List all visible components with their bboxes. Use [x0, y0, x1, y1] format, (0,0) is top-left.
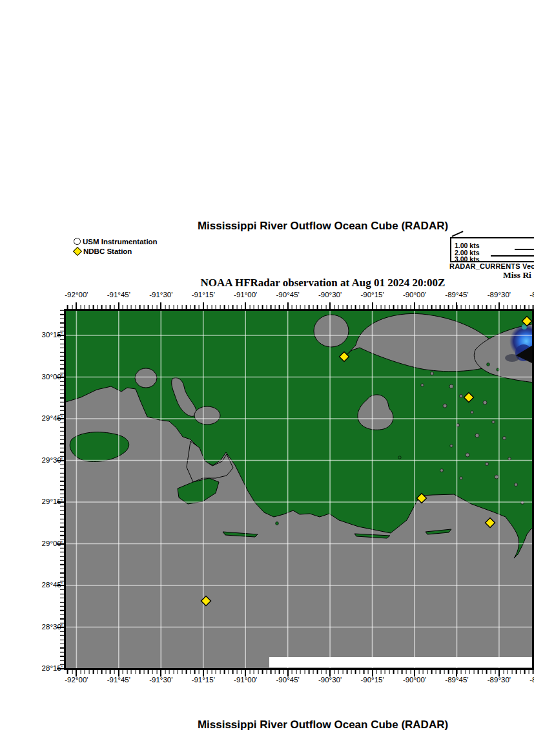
x-tick-label-bottom: -91°30': [149, 676, 172, 684]
x-tick-label-bottom: -91°00': [234, 676, 257, 684]
grand-lake: [135, 368, 157, 388]
x-major-tick-bottom: [118, 670, 119, 677]
x-major-tick-top: [456, 302, 457, 309]
x-major-tick-bottom: [203, 670, 204, 677]
y-major-tick: [57, 501, 64, 503]
x-major-tick-top: [76, 302, 77, 309]
scale-row-line: [515, 249, 534, 250]
x-major-tick-bottom: [287, 670, 289, 677]
scale-row: 3.00 kts: [455, 253, 534, 260]
x-tick-label-top: -90°30': [318, 291, 342, 299]
scale-row-line: [491, 255, 534, 257]
x-major-tick-bottom: [160, 670, 161, 677]
map-svg: [64, 309, 534, 670]
x-major-tick-top: [203, 302, 204, 309]
x-tick-label-bottom: -91°45': [107, 676, 130, 684]
x-tick-label-bottom: -90°30': [318, 676, 342, 684]
x-tick-label-top: -91°45': [107, 291, 130, 299]
y-major-tick: [57, 418, 64, 419]
x-tick-label-bottom: -92°00': [65, 676, 88, 684]
x-major-tick-bottom: [498, 670, 500, 677]
x-tick-label-bottom: -90°00': [403, 676, 426, 684]
x-major-tick-top: [498, 302, 500, 309]
y-major-tick: [57, 543, 64, 545]
x-tick-label-top: -90°15': [360, 291, 384, 299]
lake-maurepas: [314, 315, 349, 347]
legend-row-ndbc: NDBC Station: [74, 246, 158, 256]
x-tick-label-bottom: -91°15': [192, 676, 215, 684]
x-tick-label-top: -90°00': [403, 291, 426, 299]
x-major-tick-top: [372, 302, 373, 309]
x-tick-label-top: -89°45': [445, 291, 468, 299]
no-data-strip: [269, 657, 534, 667]
x-tick-label-top: -91°00': [234, 291, 257, 299]
scale-row: 2.00 kts: [455, 246, 534, 253]
footer-title: Mississippi River Outflow Ocean Cube (RA…: [198, 719, 448, 731]
y-major-tick: [57, 668, 64, 669]
x-tick-label-top: -91°30': [149, 291, 172, 299]
page-title: Mississippi River Outflow Ocean Cube (RA…: [198, 220, 448, 233]
x-tick-label-top: -92°00': [65, 291, 88, 299]
page: Mississippi River Outflow Ocean Cube (RA…: [0, 0, 534, 756]
x-major-tick-top: [287, 302, 289, 309]
x-tick-label-top: -89°15': [529, 291, 534, 299]
legend-label-usm: USM Instrumentation: [83, 238, 158, 246]
lake-palourde: [194, 406, 220, 425]
x-tick-label-bottom: -89°45': [445, 676, 468, 684]
scale-box-caption: RADAR_CURRENTS Vec: [449, 262, 534, 270]
x-major-tick-top: [329, 302, 331, 309]
legend-label-ndbc: NDBC Station: [83, 247, 132, 255]
y-major-tick: [57, 627, 64, 628]
vector-arrow-stub: [451, 231, 463, 237]
x-major-tick-bottom: [372, 670, 373, 677]
x-tick-label-bottom: -90°45': [276, 676, 300, 684]
legend-row-usm: USM Instrumentation: [74, 236, 158, 246]
x-major-tick-bottom: [456, 670, 457, 677]
x-tick-label-top: -90°45': [276, 291, 300, 299]
circle-outline-icon: [74, 238, 81, 245]
x-tick-label-bottom: -89°30': [488, 676, 511, 684]
y-major-tick: [57, 585, 64, 586]
observation-subtitle: NOAA HFRadar observation at Aug 01 2024 …: [201, 277, 446, 289]
x-major-tick-top: [414, 302, 415, 309]
x-tick-label-bottom: -90°15': [360, 676, 384, 684]
x-tick-label-bottom: -89°15': [529, 676, 534, 684]
vector-scale-box: 1.00 kts2.00 kts3.00 kts: [450, 237, 534, 262]
x-major-tick-bottom: [245, 670, 246, 677]
x-major-tick-bottom: [329, 670, 331, 677]
marker-legend: USM Instrumentation NDBC Station: [74, 236, 158, 256]
x-major-tick-bottom: [76, 670, 77, 677]
x-tick-label-top: -89°30': [488, 291, 511, 299]
y-major-tick: [57, 377, 64, 378]
yellow-diamond-icon: [73, 246, 82, 255]
x-major-tick-bottom: [414, 670, 415, 677]
x-axis-bottom-minor-ticks: [64, 670, 534, 674]
x-major-tick-top: [245, 302, 246, 309]
scale-row: 1.00 kts: [455, 239, 534, 246]
map-canvas: [64, 309, 534, 670]
x-major-tick-top: [118, 302, 119, 309]
x-tick-label-top: -91°15': [192, 291, 215, 299]
scale-box-subcaption: Miss Ri: [503, 270, 531, 280]
y-major-tick: [57, 335, 64, 336]
x-major-tick-top: [160, 302, 161, 309]
y-major-tick: [57, 460, 64, 461]
